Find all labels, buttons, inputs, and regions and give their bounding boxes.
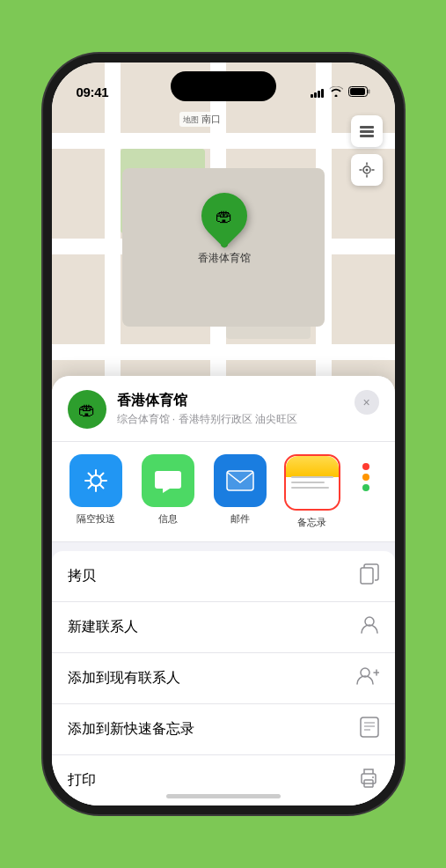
new-contact-label: 新建联系人 (68, 618, 138, 636)
battery-icon (348, 86, 370, 99)
notes-selected-border (284, 454, 340, 511)
share-row: 隔空投送 信息 邮件 (52, 442, 395, 542)
more-dot-orange (362, 474, 369, 481)
location-subtitle: 综合体育馆 · 香港特别行政区 油尖旺区 (117, 412, 379, 427)
more-dots-container (362, 463, 369, 491)
location-venue-icon: 🏟 (68, 390, 106, 429)
action-item-copy[interactable]: 拷贝 (52, 551, 395, 602)
location-name: 香港体育馆 (117, 392, 379, 410)
action-item-add-contact[interactable]: 添加到现有联系人 (52, 653, 395, 704)
map-pin: 🏟 香港体育馆 (198, 193, 251, 266)
location-button[interactable] (351, 154, 383, 186)
close-button[interactable]: × (355, 390, 379, 415)
home-indicator (166, 794, 281, 798)
messages-label: 信息 (158, 512, 178, 526)
location-header: 🏟 香港体育馆 综合体育馆 · 香港特别行政区 油尖旺区 × (52, 376, 395, 442)
mail-label: 邮件 (230, 512, 250, 526)
add-contact-label: 添加到现有联系人 (68, 669, 180, 688)
action-item-new-contact[interactable]: 新建联系人 (52, 602, 395, 653)
bottom-sheet: 🏟 香港体育馆 综合体育馆 · 香港特别行政区 油尖旺区 × 隔空投送 (52, 376, 395, 805)
svg-rect-10 (361, 568, 373, 584)
wifi-icon (329, 86, 343, 99)
copy-icon (360, 563, 379, 589)
stadium-icon: 🏟 (216, 206, 233, 226)
mail-icon-box (214, 454, 267, 507)
notes-line-1 (291, 476, 333, 478)
note-icon (360, 717, 379, 742)
messages-icon-box (142, 454, 194, 507)
signal-icon (311, 89, 324, 98)
notes-icon-box (286, 456, 339, 509)
notes-lines (291, 476, 333, 492)
location-info: 香港体育馆 综合体育馆 · 香港特别行政区 油尖旺区 (117, 392, 379, 427)
action-item-quick-note[interactable]: 添加到新快速备忘录 (52, 704, 395, 755)
person-add-icon (356, 666, 379, 691)
share-item-notes[interactable]: 备忘录 (281, 454, 344, 529)
svg-rect-3 (360, 126, 374, 129)
share-item-airdrop[interactable]: 隔空投送 (64, 454, 128, 529)
share-item-messages[interactable]: 信息 (136, 454, 200, 529)
print-label: 打印 (68, 771, 96, 790)
map-button-group (351, 115, 383, 193)
svg-point-7 (365, 169, 368, 172)
person-icon (360, 614, 379, 640)
map-layers-button[interactable] (351, 115, 383, 147)
svg-point-21 (372, 776, 374, 778)
status-time: 09:41 (77, 85, 109, 99)
airdrop-icon-box (69, 454, 122, 507)
svg-rect-5 (360, 135, 374, 137)
svg-rect-2 (350, 88, 365, 95)
quick-note-label: 添加到新快速备忘录 (68, 720, 194, 739)
svg-rect-9 (227, 471, 253, 490)
more-dot-red (362, 463, 369, 470)
dynamic-island (171, 71, 276, 101)
notes-line-3 (291, 487, 329, 489)
notes-line-2 (291, 482, 325, 483)
share-item-more[interactable] (353, 454, 379, 529)
svg-rect-15 (361, 717, 378, 737)
phone-frame: 09:41 (52, 63, 395, 805)
svg-rect-4 (360, 130, 374, 133)
copy-label: 拷贝 (68, 567, 96, 585)
status-icons (311, 86, 370, 99)
more-dot-green (362, 484, 369, 491)
map-label: 地图 南口 (179, 112, 224, 127)
action-list: 拷贝 新建联系人 添加到现有联系人 (52, 551, 395, 805)
share-item-mail[interactable]: 邮件 (208, 454, 272, 529)
notes-label: 备忘录 (297, 516, 326, 529)
svg-rect-1 (368, 90, 370, 94)
pin-circle: 🏟 (192, 183, 257, 248)
pin-label: 香港体育馆 (198, 251, 251, 266)
airdrop-label: 隔空投送 (77, 512, 115, 526)
printer-icon (358, 768, 379, 793)
